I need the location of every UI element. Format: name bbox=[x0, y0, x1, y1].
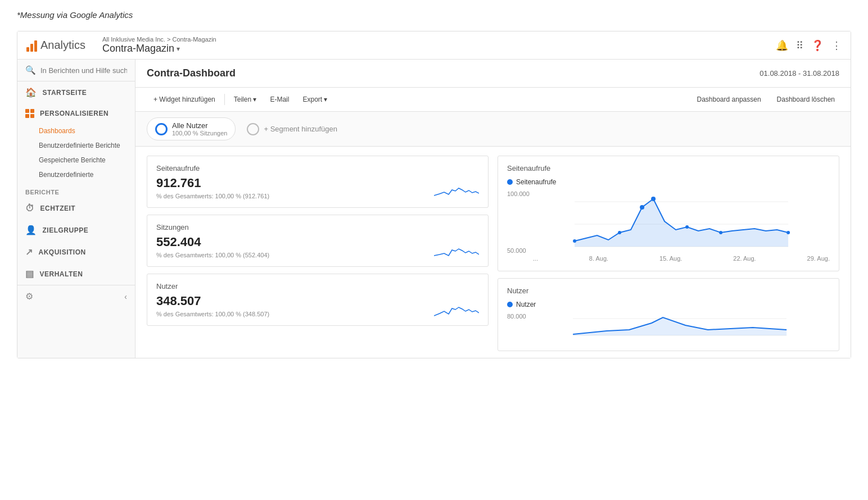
sidebar-sub-item-gespeicherte-berichte[interactable]: Gespeicherte Berichte bbox=[17, 153, 135, 167]
x-label-8aug: 8. Aug. bbox=[589, 255, 608, 262]
seitenaufrufe-chart-svg bbox=[533, 190, 830, 252]
chart-card-nutzer: Nutzer Nutzer 80.000 bbox=[498, 278, 839, 351]
echtzeit-label: ECHTZEIT bbox=[40, 204, 76, 212]
x-label-22aug: 22. Aug. bbox=[733, 255, 756, 262]
sidebar: 🔍 🏠 STARTSEITE PERSONALISIEREN Dashboard… bbox=[17, 60, 135, 358]
personalisieren-label: PERSONALISIEREN bbox=[40, 110, 108, 117]
user-icon: 👤 bbox=[25, 225, 37, 235]
seitenaufrufe-value-area: 912.761 % des Gesamtwerts: 100,00 % (912… bbox=[156, 176, 269, 199]
content-area: Contra-Dashboard 01.08.2018 - 31.08.2018… bbox=[135, 60, 851, 358]
nutzer-chart-title: Nutzer bbox=[507, 287, 830, 295]
sidebar-item-echtzeit[interactable]: ⏱ ECHTZEIT bbox=[17, 198, 135, 219]
sitzungen-value-area: 552.404 % des Gesamtwerts: 100,00 % (552… bbox=[156, 235, 269, 258]
nutzer-sub: % des Gesamtwerts: 100,00 % (348.507) bbox=[156, 311, 269, 317]
left-metrics: Seitenaufrufe 912.761 % des Gesamtwerts:… bbox=[147, 156, 493, 358]
sitzungen-value: 552.404 bbox=[156, 235, 269, 249]
sidebar-item-akquisition[interactable]: ↗ AKQUISITION bbox=[17, 241, 135, 263]
sitzungen-label: Sitzungen bbox=[156, 223, 479, 231]
nutzer-y-axis: 80.000 bbox=[507, 313, 526, 343]
segment-pill[interactable]: Alle Nutzer 100,00 % Sitzungen bbox=[147, 117, 236, 140]
sitzungen-sparkline bbox=[434, 239, 479, 258]
berichte-section-label: Berichte bbox=[17, 182, 135, 198]
settings-icon[interactable]: ⚙ bbox=[25, 291, 33, 302]
top-bar-icons: 🔔 ⠿ ❓ ⋮ bbox=[776, 39, 842, 52]
analytics-logo-icon bbox=[26, 39, 37, 52]
x-axis-labels: ... 8. Aug. 15. Aug. 22. Aug. 29. Aug. bbox=[533, 254, 830, 263]
main-layout: 🔍 🏠 STARTSEITE PERSONALISIEREN Dashboard… bbox=[17, 60, 851, 358]
sidebar-item-zielgruppe[interactable]: 👤 ZIELGRUPPE bbox=[17, 219, 135, 241]
seitenaufrufe-value: 912.761 bbox=[156, 176, 269, 190]
add-segment-label: + Segment hinzufügen bbox=[264, 125, 337, 133]
metric-card-seitenaufrufe: Seitenaufrufe 912.761 % des Gesamtwerts:… bbox=[147, 156, 489, 208]
nutzer-chart-area: 80.000 bbox=[507, 313, 830, 343]
svg-point-10 bbox=[786, 231, 790, 234]
nutzer-chart-svg bbox=[530, 313, 830, 341]
acquisition-icon: ↗ bbox=[25, 247, 33, 257]
collapse-icon[interactable]: ‹ bbox=[124, 292, 127, 301]
zielgruppe-label: ZIELGRUPPE bbox=[43, 226, 89, 234]
nutzer-legend-label: Nutzer bbox=[516, 301, 536, 308]
metric-card-sitzungen: Sitzungen 552.404 % des Gesamtwerts: 100… bbox=[147, 215, 489, 267]
startseite-label: STARTSEITE bbox=[43, 89, 87, 97]
search-icon: 🔍 bbox=[25, 65, 36, 75]
chart-svg-area: ... 8. Aug. 15. Aug. 22. Aug. 29. Aug. bbox=[533, 190, 830, 263]
add-segment-circle-icon bbox=[247, 123, 259, 135]
sidebar-bottom: ⚙ ‹ bbox=[17, 285, 135, 307]
add-segment-button[interactable]: + Segment hinzufügen bbox=[247, 123, 337, 135]
svg-point-5 bbox=[651, 197, 655, 201]
seitenaufrufe-sub: % des Gesamtwerts: 100,00 % (912.761) bbox=[156, 193, 269, 199]
sitzungen-sub: % des Gesamtwerts: 100,00 % (552.404) bbox=[156, 252, 269, 258]
nutzer-label: Nutzer bbox=[156, 282, 479, 290]
share-button[interactable]: Teilen ▾ bbox=[227, 92, 264, 107]
nutzer-value: 348.507 bbox=[156, 294, 269, 308]
breadcrumb: All Inklusive Media Inc. > Contra-Magazi… bbox=[102, 36, 216, 43]
personalize-icon bbox=[25, 109, 34, 118]
export-button[interactable]: Export ▾ bbox=[296, 92, 334, 107]
sidebar-item-verhalten[interactable]: ▤ VERHALTEN bbox=[17, 263, 135, 285]
help-icon[interactable]: ❓ bbox=[811, 39, 824, 52]
y-label-50k: 50.000 bbox=[507, 247, 530, 254]
apps-icon[interactable]: ⠿ bbox=[796, 39, 803, 52]
more-icon[interactable]: ⋮ bbox=[831, 39, 842, 52]
toolbar-divider bbox=[224, 94, 225, 105]
email-button[interactable]: E-Mail bbox=[263, 92, 296, 107]
chart-area: 100.000 50.000 bbox=[507, 190, 830, 263]
y-axis-labels: 100.000 50.000 bbox=[507, 190, 530, 263]
seitenaufrufe-label: Seitenaufrufe bbox=[156, 164, 479, 172]
nutzer-inner: 348.507 % des Gesamtwerts: 100,00 % (348… bbox=[156, 294, 479, 317]
segment-info: Alle Nutzer 100,00 % Sitzungen bbox=[172, 121, 227, 137]
two-column-layout: Seitenaufrufe 912.761 % des Gesamtwerts:… bbox=[135, 147, 851, 358]
customize-dashboard-button[interactable]: Dashboard anpassen bbox=[693, 92, 766, 107]
nutzer-sparkline bbox=[434, 298, 479, 317]
add-widget-button[interactable]: + Widget hinzufügen bbox=[147, 92, 222, 107]
delete-dashboard-button[interactable]: Dashboard löschen bbox=[772, 92, 839, 107]
property-selector[interactable]: Contra-Magazin ▾ bbox=[102, 43, 216, 54]
nutzer-value-area: 348.507 % des Gesamtwerts: 100,00 % (348… bbox=[156, 294, 269, 317]
sidebar-item-personalisieren[interactable]: PERSONALISIEREN bbox=[17, 103, 135, 124]
svg-point-4 bbox=[640, 205, 644, 210]
legend-dot-nutzer-icon bbox=[507, 302, 513, 307]
akquisition-label: AKQUISITION bbox=[39, 248, 86, 256]
search-input[interactable] bbox=[40, 66, 127, 75]
bell-icon[interactable]: 🔔 bbox=[776, 39, 788, 52]
sidebar-sub-item-dashboards[interactable]: Dashboards bbox=[17, 124, 135, 138]
behavior-icon: ▤ bbox=[25, 269, 34, 279]
sidebar-sub-item-benutzerdefinierte[interactable]: Benutzerdefinierte bbox=[17, 167, 135, 182]
sidebar-item-startseite[interactable]: 🏠 STARTSEITE bbox=[17, 81, 135, 103]
seitenaufrufe-chart-legend: Seitenaufrufe bbox=[507, 178, 830, 186]
seitenaufrufe-sparkline bbox=[434, 180, 479, 199]
property-name: Contra-Magazin bbox=[102, 43, 174, 54]
segment-pct: 100,00 % Sitzungen bbox=[172, 130, 227, 137]
nutzer-chart-svg-area bbox=[530, 313, 830, 343]
svg-point-8 bbox=[685, 225, 689, 229]
x-label-29aug: 29. Aug. bbox=[807, 255, 830, 262]
content-header: Contra-Dashboard 01.08.2018 - 31.08.2018 bbox=[135, 60, 851, 88]
seitenaufrufe-inner: 912.761 % des Gesamtwerts: 100,00 % (912… bbox=[156, 176, 479, 199]
legend-dot-icon bbox=[507, 179, 513, 185]
top-bar: Analytics All Inklusive Media Inc. > Con… bbox=[17, 31, 851, 60]
segment-circle-icon bbox=[155, 123, 168, 135]
seitenaufrufe-legend-label: Seitenaufrufe bbox=[516, 178, 556, 186]
verhalten-label: VERHALTEN bbox=[40, 270, 83, 278]
sidebar-sub-item-benutzerdefinierte-berichte[interactable]: Benutzerdefinierte Berichte bbox=[17, 138, 135, 153]
breadcrumb-area: All Inklusive Media Inc. > Contra-Magazi… bbox=[102, 36, 216, 54]
